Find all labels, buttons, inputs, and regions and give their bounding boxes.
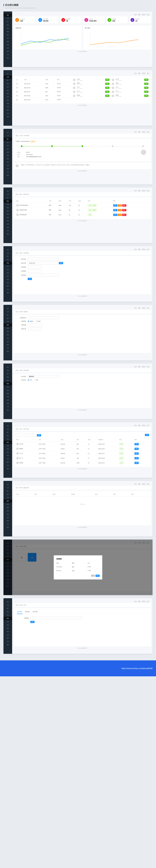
sidebar-item[interactable]: 日志 [3, 53, 12, 56]
sidebar-item[interactable]: 系统 [3, 37, 12, 40]
type-radio-1[interactable]: 满减券 [28, 320, 33, 322]
sidebar-item[interactable]: 财务 [3, 89, 12, 92]
topbar-item[interactable]: 退出 [147, 131, 149, 133]
sidebar-item[interactable]: 首页 [3, 483, 12, 486]
edit-button[interactable]: 编辑 [134, 457, 139, 459]
sidebar-item[interactable]: 数据 [3, 157, 12, 161]
sidebar-item[interactable]: 帮助 [3, 56, 12, 60]
sidebar-item[interactable]: 营销 [3, 320, 12, 323]
sidebar-item[interactable]: 订单 [3, 193, 12, 196]
table-row[interactable]: 王大力137****9012¥256.80890V32023-01-07正常编辑 [15, 451, 149, 456]
sidebar-item[interactable]: 应用 [3, 222, 12, 226]
sidebar-item[interactable]: 日志 [3, 229, 12, 232]
user-row[interactable]: 赵一飞136****3456查看 [72, 90, 110, 94]
topbar-item[interactable]: 帮助 [138, 190, 141, 192]
sidebar-item[interactable]: 订单 [3, 603, 12, 607]
sidebar-item[interactable]: 内容 [3, 395, 12, 399]
sidebar-item[interactable]: 系统 [3, 330, 12, 333]
modal-cancel[interactable]: 取消 [91, 575, 95, 577]
sidebar-item[interactable]: 应用 [3, 516, 12, 519]
sidebar-item[interactable]: 帮助 [3, 467, 12, 470]
topbar-item[interactable]: 帮助 [138, 425, 141, 426]
tab[interactable]: 基本信息 [17, 610, 23, 614]
topbar-item[interactable]: 消息 [134, 190, 137, 192]
topbar-item[interactable]: 消息 [134, 601, 137, 602]
topbar-item[interactable]: 退出 [147, 190, 149, 192]
coupon-name-input[interactable] [28, 316, 59, 319]
edit-button[interactable]: 编辑 [134, 448, 139, 450]
sidebar-item[interactable]: 订单 [3, 75, 12, 79]
sidebar-item[interactable]: 首页 [3, 424, 12, 428]
sidebar-item[interactable]: 设置 [3, 503, 12, 506]
limit-input[interactable] [28, 328, 42, 330]
sidebar-item[interactable]: 日志 [3, 346, 12, 350]
action-button[interactable]: 编辑 [113, 214, 117, 216]
sidebar-item[interactable]: 权限 [3, 519, 12, 523]
view-button[interactable]: 查看 [105, 83, 109, 85]
sidebar-item[interactable]: 权限 [3, 226, 12, 229]
view-button[interactable]: 查看 [144, 79, 148, 81]
sidebar-item[interactable]: 帮助 [3, 643, 12, 647]
sidebar-item[interactable]: 应用 [3, 340, 12, 343]
sidebar-item[interactable]: 首页 [3, 600, 12, 603]
sidebar-item[interactable]: 订单 [3, 369, 12, 372]
sidebar-item[interactable]: 日志 [3, 464, 12, 467]
topbar-item[interactable]: 消息 [134, 483, 137, 485]
sidebar-item[interactable]: 内容 [3, 219, 12, 222]
sidebar-item[interactable]: 设置 [3, 151, 12, 154]
table-row[interactable]: 陈美丽135****7890¥312.001200V42023-01-09正常编… [15, 461, 149, 465]
sidebar-item[interactable]: 订单 [3, 486, 12, 490]
sidebar-item[interactable]: 首页 [3, 190, 12, 193]
sidebar-item[interactable]: 首页 [3, 131, 12, 134]
sidebar-item[interactable]: 帮助 [3, 408, 12, 412]
topbar-item[interactable]: 退出 [147, 366, 149, 368]
action-button[interactable]: 删除 [122, 204, 126, 207]
table-row[interactable]: 李晓华139****1234¥89.00320V12023-01-06正常编辑 [15, 446, 149, 451]
sidebar-item[interactable]: 权限 [3, 284, 12, 288]
sidebar-item[interactable]: 内容 [3, 454, 12, 457]
topbar-item[interactable]: 退出 [147, 601, 149, 602]
topbar-item[interactable]: 退出 [147, 307, 149, 309]
user-row[interactable]: 王大力137****9012查看 [72, 86, 110, 90]
sidebar-item[interactable]: 内容 [3, 337, 12, 340]
sidebar-item[interactable]: 设置 [3, 268, 12, 271]
sidebar-item[interactable]: 设置 [3, 620, 12, 623]
table-row[interactable]: 032023-01-07¥89待支付 [15, 90, 71, 94]
topbar-item[interactable]: 退出 [147, 249, 149, 250]
topbar-item[interactable]: 帮助 [138, 72, 141, 74]
sidebar-item[interactable]: 用户 [3, 490, 12, 493]
topbar-item[interactable]: 管理员 [142, 72, 146, 74]
sidebar-item[interactable]: 数据 [3, 509, 12, 513]
sidebar-item[interactable]: 帮助 [3, 350, 12, 353]
sidebar-item[interactable]: 财务 [3, 206, 12, 209]
sidebar-item[interactable]: 设置 [3, 92, 12, 95]
add-button[interactable]: 新增 [145, 434, 149, 436]
user-row[interactable]: 陈美丽135****7890查看 [111, 94, 149, 98]
topbar-item[interactable]: 退出 [147, 483, 149, 485]
table-row[interactable]: 052023-01-09¥178已支付 [15, 98, 71, 102]
sidebar-item[interactable]: 财务 [3, 265, 12, 268]
sidebar-item[interactable]: 商品 [3, 258, 12, 261]
sidebar-item[interactable]: 营销 [3, 614, 12, 617]
sidebar-item[interactable]: 数据 [3, 333, 12, 337]
topbar-item[interactable]: 消息 [134, 366, 137, 368]
sidebar-item[interactable]: 系统 [3, 154, 12, 157]
sidebar-item[interactable]: 首页 [3, 13, 12, 17]
status-on[interactable]: 开启 [28, 379, 32, 381]
sidebar-item[interactable]: 首页 [3, 248, 12, 252]
sidebar-item[interactable]: 权限 [3, 343, 12, 346]
edit-button[interactable]: 编辑 [134, 453, 139, 455]
table-row[interactable]: 赵一飞136****3456¥45.20180V12023-01-08正常编辑 [15, 456, 149, 461]
sidebar-item[interactable]: 系统 [3, 95, 12, 99]
sidebar-item[interactable]: 营销 [3, 379, 12, 382]
sidebar-item[interactable]: 用户 [3, 431, 12, 434]
sidebar-item[interactable]: 系统 [3, 271, 12, 275]
sidebar-item[interactable]: 设置 [3, 209, 12, 213]
sidebar-item[interactable]: 商品 [3, 434, 12, 437]
sidebar-item[interactable]: 帮助 [3, 526, 12, 529]
desc-input[interactable] [28, 274, 59, 276]
topbar-item[interactable]: 消息 [134, 425, 137, 426]
sidebar-item[interactable]: 商品 [3, 375, 12, 379]
table-row[interactable]: 经典款牛仔裤服装¥1998934上架 新品编辑 下架 删除 [15, 208, 149, 213]
sidebar-item[interactable]: 系统 [3, 389, 12, 392]
